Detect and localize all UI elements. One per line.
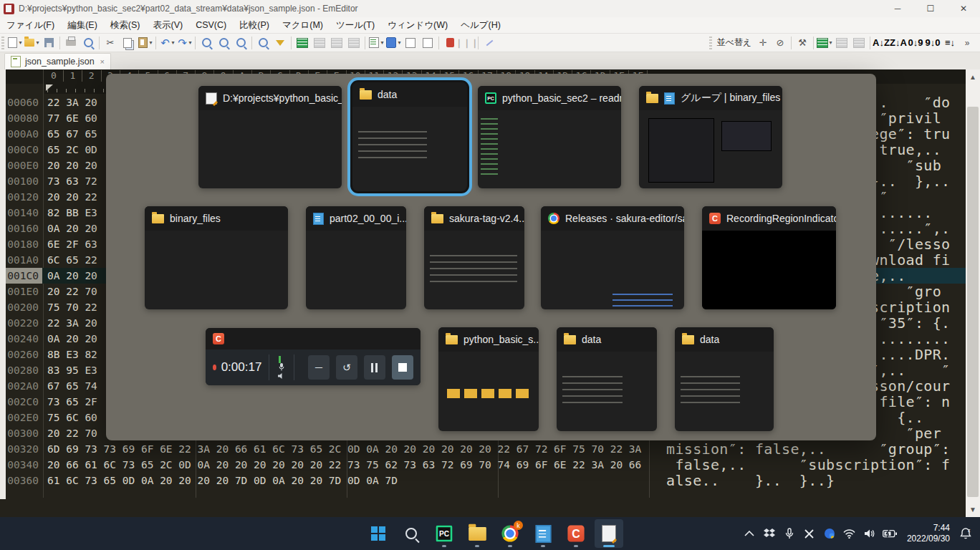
run-macro-button[interactable]: ❘❘❘ [458, 35, 476, 51]
quick-tools-button[interactable]: ⚒ [794, 35, 811, 51]
taskbar-app-pycharm[interactable]: PC [430, 519, 458, 548]
taskbar-app-chrome[interactable]: k [496, 519, 524, 548]
window-explorer-binary-files[interactable]: binary_files [145, 206, 288, 309]
csv-reload-button[interactable] [328, 35, 345, 51]
hex-text-preview[interactable]: false,.. ″subscription″: f [666, 457, 970, 473]
scrollbar-thumb[interactable] [967, 107, 979, 497]
filter-button[interactable] [272, 35, 289, 51]
menu-item-view[interactable]: 表示(V) [146, 18, 189, 33]
csv-convert-button[interactable] [311, 35, 328, 51]
minimize-button[interactable]: ─ [881, 0, 914, 17]
find-in-files-button[interactable] [215, 35, 232, 51]
save-button[interactable] [40, 35, 57, 51]
window-thumbnail[interactable] [702, 231, 836, 309]
menu-item-window[interactable]: ウィンドウ(W) [381, 18, 454, 33]
dropdown-arrow-icon[interactable]: ▾ [19, 39, 21, 46]
menu-item-file[interactable]: ファイル(F) [0, 18, 61, 33]
vertical-scrollbar[interactable]: ▲ ▼ [966, 69, 980, 517]
notification-bell-icon[interactable]: z [957, 519, 974, 548]
hex-text-preview[interactable]: mission″: false,.. ″group″: [666, 441, 970, 457]
sync-button[interactable]: ▾ [385, 35, 402, 51]
copy-button[interactable] [119, 35, 136, 51]
recorder-restart-button[interactable]: ↺ [336, 355, 357, 380]
hex-row-00320[interactable]: 003206D 69 73 73 69 6F 6E 22 3A 20 66 61… [6, 441, 966, 457]
dropdown-arrow-icon[interactable]: ▾ [171, 39, 174, 46]
columns-button[interactable]: ▾ [816, 35, 833, 51]
hex-bytes[interactable]: 20 66 61 6C 73 65 2C 0D 0A 20 20 20 20 2… [42, 457, 646, 473]
close-x-icon[interactable] [801, 519, 818, 548]
hex-bytes[interactable]: 61 6C 73 65 0D 0A 20 20 20 20 7D 0D 0A 2… [42, 473, 646, 488]
drive-sphere-icon[interactable] [821, 519, 838, 548]
chevron-up-icon[interactable] [741, 519, 758, 548]
taskbar-app-notepad[interactable] [529, 519, 557, 548]
window-recording-region[interactable]: CRecordingRegionIndicator [702, 206, 836, 309]
csv-options-button[interactable] [345, 35, 362, 51]
sort-disable-button[interactable]: ⊘ [772, 35, 789, 51]
taskbar-app-start[interactable] [364, 519, 393, 548]
paste-button[interactable]: ▾ [136, 35, 153, 51]
sort-za-button[interactable]: Z↓A [890, 35, 907, 51]
sort-90-button[interactable]: 9↓0 [924, 35, 941, 51]
table-edit-button[interactable] [833, 35, 850, 51]
window-pycharm[interactable]: PCpython_basic_sec2 – readm... [478, 86, 621, 188]
hex-row-00340[interactable]: 0034020 66 61 6C 73 65 2C 0D 0A 20 20 20… [6, 457, 966, 473]
dropdown-arrow-icon[interactable]: ▾ [36, 39, 39, 46]
print-preview-button[interactable] [80, 35, 97, 51]
menu-item-csv[interactable]: CSV(C) [189, 19, 233, 32]
new-file-button[interactable]: ▾ [6, 35, 23, 51]
taskbar-app-emeditor[interactable] [595, 519, 623, 548]
taskbar-clock[interactable]: 7:44 2022/09/30 [907, 523, 950, 544]
window-explorer-python-basic[interactable]: python_basic_s... [438, 327, 539, 431]
redo-button[interactable]: ↷▾ [176, 35, 193, 51]
recorder-widget[interactable]: C0:00:17─↺ [206, 328, 421, 385]
window-notepad-part02[interactable]: part02_00_00_i... [306, 206, 406, 309]
scroll-up-arrow[interactable]: ▲ [969, 69, 976, 85]
cut-button[interactable]: ✂ [102, 35, 119, 51]
window-explorer-sakura-tag[interactable]: sakura-tag-v2.4... [424, 206, 524, 309]
validate-more-button[interactable] [419, 35, 436, 51]
wifi-icon[interactable] [841, 519, 858, 548]
dropdown-arrow-icon[interactable]: ▾ [188, 39, 191, 46]
hex-text-preview[interactable]: alse.. }.. }..} [666, 473, 970, 488]
replace-in-files-button[interactable] [232, 35, 249, 51]
find-button[interactable] [198, 35, 215, 51]
hex-row-00360[interactable]: 0036061 6C 73 65 0D 0A 20 20 20 20 7D 0D… [6, 473, 966, 488]
window-group-binary-files[interactable]: グループ | binary_files と... [639, 86, 782, 188]
toolbar-overflow-button[interactable]: » [959, 35, 976, 51]
find-toolbar-button[interactable] [254, 35, 272, 51]
taskbar-app-camtasia[interactable]: C [562, 519, 590, 548]
window-explorer-data2[interactable]: data [557, 327, 657, 431]
recorder-minimize-button[interactable]: ─ [308, 355, 330, 380]
dropbox-icon[interactable] [761, 519, 778, 548]
maximize-button[interactable]: ☐ [914, 0, 947, 17]
csv-mode-button[interactable] [294, 35, 311, 51]
dropdown-arrow-icon[interactable]: ▾ [829, 39, 832, 46]
scroll-down-arrow[interactable]: ▼ [969, 502, 976, 517]
dropdown-arrow-icon[interactable]: ▾ [149, 39, 152, 46]
microphone-icon[interactable] [781, 519, 798, 548]
menu-item-macro[interactable]: マクロ(M) [276, 18, 330, 33]
window-emeditor-doc[interactable]: D:¥projects¥python_basic_... [198, 86, 342, 188]
sort-length-button[interactable]: ≡↓ [941, 35, 959, 51]
hex-bytes[interactable]: 6D 69 73 73 69 6F 6E 22 3A 20 66 61 6C 7… [42, 441, 646, 457]
print-button[interactable] [62, 35, 80, 51]
recorder-stop-button[interactable] [392, 355, 413, 380]
taskbar-app-search[interactable] [397, 519, 426, 548]
menu-item-tools[interactable]: ツール(T) [330, 18, 381, 33]
window-explorer-data-selected[interactable]: data [352, 82, 467, 191]
dropdown-arrow-icon[interactable]: ▾ [380, 39, 383, 46]
menu-item-help[interactable]: ヘルプ(H) [454, 18, 507, 33]
outline-button[interactable]: ▾ [368, 35, 385, 51]
validate-json-button[interactable] [402, 35, 419, 51]
sort-move-button[interactable]: ✛ [754, 35, 772, 51]
window-chrome-releases[interactable]: Releases · sakura-editor/sa... [541, 206, 684, 309]
tab-json-sample[interactable]: json_sample.json × [4, 53, 111, 69]
sort-az-button[interactable]: A↓Z [873, 35, 890, 51]
menu-item-edit[interactable]: 編集(E) [61, 18, 104, 33]
tab-close-icon[interactable]: × [100, 57, 105, 66]
battery-icon[interactable] [881, 519, 898, 548]
menu-item-search[interactable]: 検索(S) [104, 18, 147, 33]
table-view-button[interactable] [850, 35, 868, 51]
dropdown-arrow-icon[interactable]: ▾ [398, 39, 400, 46]
volume-icon[interactable] [861, 519, 878, 548]
